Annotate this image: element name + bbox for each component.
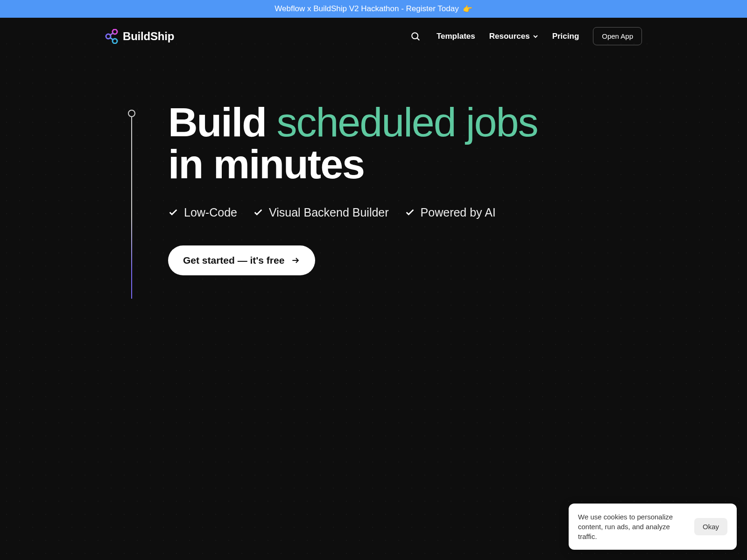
feature-label: Low-Code (184, 206, 237, 219)
logo[interactable]: BuildShip (105, 29, 174, 44)
announcement-text: Webflow x BuildShip V2 Hackathon - Regis… (275, 4, 458, 14)
hero-feature-list: Low-Code Visual Backend Builder Powered … (168, 206, 747, 219)
main-nav: Templates Resources Pricing Open App (409, 27, 642, 45)
feature-item: Low-Code (168, 206, 237, 219)
hero-title-suffix: in minutes (168, 143, 747, 185)
svg-line-4 (417, 38, 420, 40)
chevron-down-icon (533, 34, 538, 39)
cookie-ok-label: Okay (703, 523, 719, 531)
check-icon (253, 207, 263, 217)
cta-label: Get started — it's free (183, 255, 284, 266)
cookie-banner: We use cookies to personalize content, r… (569, 504, 737, 550)
get-started-button[interactable]: Get started — it's free (168, 245, 315, 275)
feature-label: Visual Backend Builder (269, 206, 389, 219)
logo-text: BuildShip (123, 30, 174, 43)
nav-templates[interactable]: Templates (437, 32, 475, 41)
hero-headline: Build scheduled jobs in minutes (168, 101, 747, 185)
arrow-right-icon (291, 256, 300, 265)
feature-item: Visual Backend Builder (253, 206, 389, 219)
cookie-text: We use cookies to personalize content, r… (578, 512, 683, 541)
hero-section: Build scheduled jobs in minutes Low-Code… (0, 55, 747, 275)
search-button[interactable] (409, 29, 423, 43)
cookie-accept-button[interactable]: Okay (694, 518, 727, 535)
feature-label: Powered by AI (421, 206, 496, 219)
logo-icon (105, 29, 118, 44)
nav-resources-label: Resources (489, 32, 530, 41)
nav-pricing[interactable]: Pricing (552, 32, 579, 41)
hero-title-accent: scheduled jobs (276, 99, 537, 145)
timeline-decoration (131, 110, 139, 299)
nav-resources[interactable]: Resources (489, 32, 538, 41)
nav-pricing-label: Pricing (552, 32, 579, 41)
site-header: BuildShip Templates Resources Pricing Op… (0, 18, 747, 55)
hero-title-prefix: Build (168, 99, 266, 145)
check-icon (168, 207, 178, 217)
timeline-line (131, 117, 132, 299)
svg-point-3 (412, 33, 418, 39)
check-icon (405, 207, 415, 217)
nav-templates-label: Templates (437, 32, 475, 41)
announcement-banner[interactable]: Webflow x BuildShip V2 Hackathon - Regis… (0, 0, 747, 18)
open-app-button[interactable]: Open App (593, 27, 642, 45)
pointing-hand-icon: 👉 (463, 4, 472, 14)
search-icon (410, 31, 421, 42)
feature-item: Powered by AI (405, 206, 496, 219)
timeline-dot-icon (128, 110, 135, 117)
open-app-label: Open App (602, 32, 633, 40)
